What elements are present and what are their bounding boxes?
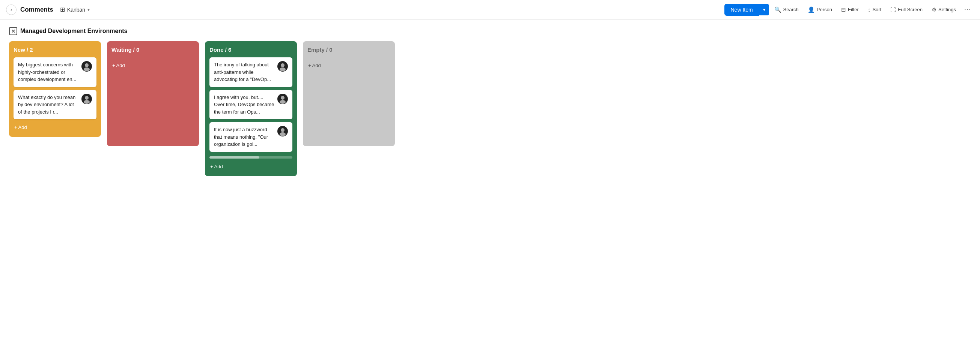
kanban-view-icon: ⊞ — [60, 6, 65, 13]
avatar — [277, 61, 288, 71]
page-title: Comments — [20, 6, 53, 14]
kanban-board: New / 2 My biggest concerns with highly-… — [9, 41, 971, 176]
group-header: ✕ Managed Development Environments — [9, 27, 971, 35]
column-empty: Empty / 0 + Add — [303, 41, 395, 146]
column-new-header: New / 2 — [14, 46, 97, 53]
column-done-header: Done / 6 — [210, 46, 293, 53]
svg-point-4 — [85, 96, 89, 100]
add-waiting-button[interactable]: + Add — [111, 61, 194, 70]
card-text: I agree with you, but.... Over time, Dev… — [214, 94, 274, 116]
new-item-button-group: New Item ▾ — [724, 4, 769, 16]
main-content: ✕ Managed Development Environments New /… — [0, 19, 980, 184]
new-item-dropdown-button[interactable]: ▾ — [759, 4, 769, 15]
card-text: It is now just a buzzword that means not… — [214, 126, 274, 148]
svg-point-14 — [280, 132, 286, 136]
svg-point-13 — [281, 128, 285, 132]
svg-point-5 — [84, 100, 90, 104]
settings-button[interactable]: ⚙ Settings — [928, 4, 960, 15]
card-text: My biggest concerns with highly-orchestr… — [18, 61, 78, 83]
card[interactable]: What exactly do you mean by dev environm… — [14, 90, 97, 120]
avatar — [81, 61, 92, 71]
chevron-down-icon: ▾ — [88, 7, 90, 13]
card-text: What exactly do you mean by dev environm… — [18, 94, 78, 116]
column-done-cards[interactable]: The irony of talking about anti-patterns… — [210, 57, 293, 152]
add-empty-button[interactable]: + Add — [307, 61, 390, 70]
column-waiting-header: Waiting / 0 — [111, 46, 194, 53]
card[interactable]: My biggest concerns with highly-orchestr… — [14, 57, 97, 87]
svg-point-11 — [280, 100, 286, 104]
fullscreen-button[interactable]: ⛶ Full Screen — [886, 4, 926, 15]
card[interactable]: The irony of talking about anti-patterns… — [210, 57, 293, 87]
new-item-button[interactable]: New Item — [724, 4, 759, 16]
group-collapse-button[interactable]: ✕ — [9, 27, 17, 35]
column-done: Done / 6 The irony of talking about anti… — [205, 41, 297, 176]
svg-point-7 — [281, 63, 285, 67]
add-new-button[interactable]: + Add — [14, 123, 97, 131]
scroll-thumb — [210, 156, 259, 158]
card[interactable]: It is now just a buzzword that means not… — [210, 122, 293, 152]
scroll-indicator — [210, 156, 293, 158]
avatar — [277, 94, 288, 104]
search-icon: 🔍 — [774, 6, 781, 13]
view-switcher[interactable]: ⊞ Kanban ▾ — [57, 5, 93, 14]
filter-button[interactable]: ⊟ Filter — [837, 4, 862, 15]
svg-point-8 — [280, 68, 286, 71]
column-waiting: Waiting / 0 + Add — [107, 41, 199, 146]
fullscreen-icon: ⛶ — [890, 6, 896, 13]
column-empty-header: Empty / 0 — [307, 46, 390, 53]
filter-icon: ⊟ — [841, 6, 846, 13]
search-button[interactable]: 🔍 Search — [770, 4, 802, 15]
svg-point-2 — [84, 68, 90, 71]
sort-icon: ↕ — [868, 6, 871, 13]
avatar — [81, 94, 92, 104]
person-icon: 👤 — [808, 6, 815, 13]
more-options-button[interactable]: ··· — [961, 3, 974, 16]
add-done-button[interactable]: + Add — [210, 162, 293, 171]
card-text: The irony of talking about anti-patterns… — [214, 61, 274, 83]
column-new: New / 2 My biggest concerns with highly-… — [9, 41, 101, 137]
view-switcher-label: Kanban — [67, 7, 85, 13]
header-left: › Comments ⊞ Kanban ▾ — [6, 5, 720, 15]
sort-button[interactable]: ↕ Sort — [864, 4, 885, 15]
group-title: Managed Development Environments — [20, 28, 127, 35]
svg-point-10 — [281, 96, 285, 100]
column-new-cards: My biggest concerns with highly-orchestr… — [14, 57, 97, 119]
toggle-sidebar-button[interactable]: › — [6, 5, 16, 15]
avatar — [277, 126, 288, 136]
settings-icon: ⚙ — [932, 6, 937, 13]
header-actions: New Item ▾ 🔍 Search 👤 Person ⊟ Filter ↕ … — [724, 3, 974, 16]
person-button[interactable]: 👤 Person — [804, 4, 836, 15]
svg-point-1 — [85, 63, 89, 67]
card[interactable]: I agree with you, but.... Over time, Dev… — [210, 90, 293, 120]
header: › Comments ⊞ Kanban ▾ New Item ▾ 🔍 Searc… — [0, 0, 980, 19]
